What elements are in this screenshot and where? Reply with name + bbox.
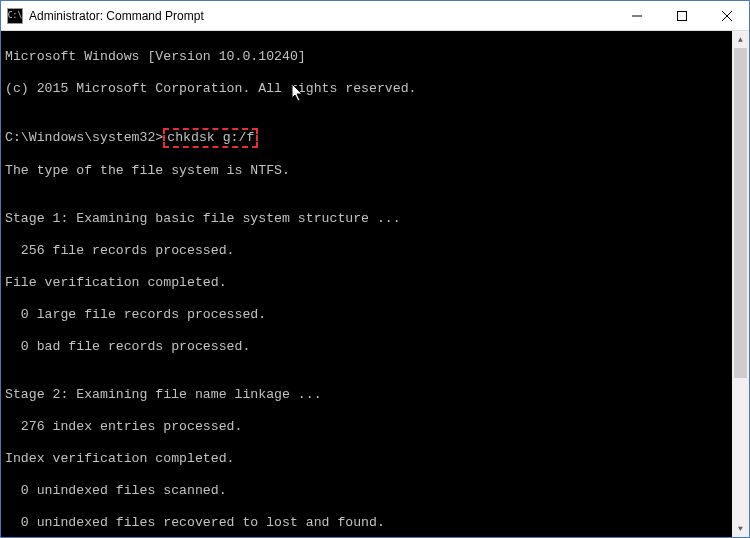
output-line: 0 large file records processed. [5,307,745,323]
output-line: (c) 2015 Microsoft Corporation. All righ… [5,81,745,97]
maximize-button[interactable] [659,1,704,30]
output-line: Microsoft Windows [Version 10.0.10240] [5,49,745,65]
output-line: 0 unindexed files scanned. [5,483,745,499]
output-line: File verification completed. [5,275,745,291]
scroll-down-button[interactable]: ▼ [732,520,749,537]
minimize-button[interactable] [614,1,659,30]
output-line: 0 unindexed files recovered to lost and … [5,515,745,531]
scroll-thumb[interactable] [734,48,747,378]
window-controls [614,1,749,30]
titlebar[interactable]: C:\ Administrator: Command Prompt [1,1,749,31]
output-line: 0 bad file records processed. [5,339,745,355]
svg-rect-1 [677,11,686,20]
output-line: The type of the file system is NTFS. [5,163,745,179]
command-prompt-window: C:\ Administrator: Command Prompt Micros… [0,0,750,538]
scroll-up-button[interactable]: ▲ [732,31,749,48]
close-button[interactable] [704,1,749,30]
output-line: Index verification completed. [5,451,745,467]
prompt-line: C:\Windows\system32>chkdsk g:/f [5,129,745,147]
vertical-scrollbar[interactable]: ▲ ▼ [732,31,749,537]
window-title: Administrator: Command Prompt [29,9,614,23]
cmd-icon: C:\ [7,8,23,24]
output-line: 256 file records processed. [5,243,745,259]
command-highlight: chkdsk g:/f [163,128,258,148]
output-line: 276 index entries processed. [5,419,745,435]
minimize-icon [632,11,642,21]
close-icon [722,11,732,21]
terminal-output[interactable]: Microsoft Windows [Version 10.0.10240] (… [1,31,749,537]
output-line: Stage 2: Examining file name linkage ... [5,387,745,403]
prompt-text: C:\Windows\system32> [5,130,163,145]
maximize-icon [677,11,687,21]
scroll-track[interactable] [732,48,749,520]
output-line: Stage 1: Examining basic file system str… [5,211,745,227]
